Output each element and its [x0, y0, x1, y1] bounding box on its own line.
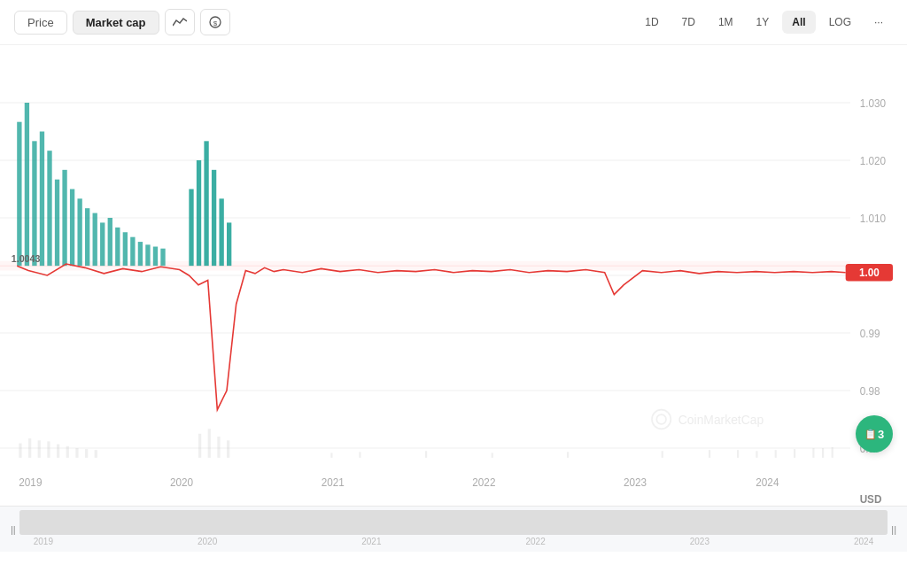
svg-rect-51: [115, 228, 120, 266]
mini-x-2020: 2020: [198, 537, 217, 549]
svg-rect-60: [204, 141, 208, 266]
svg-rect-59: [197, 160, 201, 266]
svg-text:CoinMarketCap: CoinMarketCap: [678, 413, 764, 427]
svg-rect-22: [217, 437, 220, 458]
svg-rect-26: [425, 451, 427, 458]
fab-label: 3: [878, 428, 884, 441]
watermark-group: CoinMarketCap: [652, 410, 764, 429]
svg-text:0.99: 0.99: [860, 328, 880, 340]
svg-rect-57: [160, 249, 165, 267]
svg-rect-48: [93, 213, 97, 267]
svg-rect-28: [567, 452, 569, 458]
svg-rect-43: [55, 180, 59, 267]
svg-rect-34: [794, 449, 795, 458]
svg-rect-54: [138, 242, 143, 266]
svg-rect-19: [95, 450, 97, 458]
svg-rect-45: [70, 190, 74, 267]
svg-rect-23: [227, 440, 229, 458]
timeframe-1y[interactable]: 1Y: [747, 11, 779, 34]
timeframe-7d[interactable]: 7D: [672, 11, 705, 34]
svg-rect-56: [153, 247, 158, 267]
svg-text:2024: 2024: [756, 476, 779, 489]
svg-rect-42: [47, 151, 51, 266]
timeframe-1m[interactable]: 1M: [709, 11, 743, 34]
svg-rect-32: [756, 451, 757, 458]
svg-text:0.98: 0.98: [860, 385, 880, 398]
svg-rect-49: [100, 222, 105, 266]
chart-area: CoinMarketCap 2019 2020 2021 2022 2023 2…: [0, 45, 907, 506]
svg-rect-15: [57, 445, 59, 458]
svg-text:1.020: 1.020: [860, 155, 887, 167]
mini-x-axis: 2019 2020 2021 2022 2023 2024: [19, 535, 888, 549]
scroll-thumb[interactable]: [19, 510, 888, 535]
svg-rect-52: [123, 232, 128, 266]
svg-rect-12: [28, 438, 31, 458]
svg-text:2020: 2020: [170, 476, 194, 489]
svg-rect-47: [85, 208, 89, 266]
toolbar-right: 1D 7D 1M 1Y All LOG ···: [635, 11, 893, 34]
svg-text:USD: USD: [860, 493, 882, 506]
svg-rect-41: [40, 132, 44, 267]
svg-rect-33: [775, 450, 777, 458]
svg-rect-46: [77, 198, 81, 266]
svg-rect-61: [212, 170, 216, 266]
svg-rect-58: [189, 190, 193, 267]
tab-marketcap[interactable]: Market cap: [73, 11, 159, 35]
svg-rect-18: [85, 449, 88, 458]
svg-text:2023: 2023: [624, 476, 647, 489]
timeframe-log[interactable]: LOG: [819, 11, 861, 34]
svg-rect-55: [145, 244, 150, 266]
mini-x-2023: 2023: [690, 537, 709, 549]
svg-text:1.010: 1.010: [860, 213, 887, 225]
svg-rect-50: [108, 218, 112, 266]
svg-rect-31: [737, 450, 739, 458]
mini-x-2024: 2024: [854, 537, 873, 549]
svg-rect-27: [492, 453, 493, 457]
timeframe-all[interactable]: All: [782, 11, 815, 34]
svg-rect-37: [832, 447, 833, 458]
price-icon[interactable]: $: [200, 9, 230, 35]
chart-svg: CoinMarketCap 2019 2020 2021 2022 2023 2…: [0, 45, 907, 506]
svg-rect-17: [75, 448, 78, 458]
svg-rect-20: [198, 434, 201, 458]
svg-text:2019: 2019: [19, 476, 43, 489]
svg-rect-53: [130, 237, 135, 267]
scrollbar-area: || 2019 2020 2021 2022 2023 2024 ||: [0, 506, 907, 552]
svg-text:1.00: 1.00: [859, 267, 880, 279]
svg-text:2021: 2021: [322, 476, 345, 489]
svg-text:1.030: 1.030: [860, 97, 887, 110]
toolbar: Price Market cap $ 1D 7D 1M 1Y All LOG ·…: [0, 0, 907, 45]
svg-rect-40: [32, 141, 36, 266]
svg-rect-62: [219, 198, 223, 266]
svg-rect-11: [19, 444, 21, 458]
svg-rect-13: [38, 440, 41, 458]
svg-text:1.0043: 1.0043: [12, 253, 41, 264]
svg-point-64: [652, 410, 671, 429]
line-chart-icon[interactable]: [165, 9, 195, 35]
mini-x-2022: 2022: [525, 537, 545, 549]
svg-rect-21: [208, 429, 211, 458]
svg-point-65: [656, 414, 666, 424]
scroll-left-handle[interactable]: ||: [7, 524, 19, 535]
svg-rect-16: [66, 446, 69, 458]
svg-text:2022: 2022: [472, 476, 495, 489]
svg-rect-25: [359, 452, 360, 458]
scroll-right-handle[interactable]: ||: [888, 524, 900, 535]
timeframe-1d[interactable]: 1D: [635, 11, 668, 34]
timeframe-more[interactable]: ···: [864, 11, 893, 34]
mini-x-2021: 2021: [361, 537, 381, 549]
svg-rect-14: [47, 441, 50, 457]
svg-text:$: $: [213, 19, 217, 27]
svg-rect-38: [17, 122, 21, 267]
svg-rect-44: [62, 170, 66, 266]
scroll-track[interactable]: [19, 510, 888, 535]
svg-rect-63: [227, 222, 231, 266]
toolbar-left: Price Market cap $: [14, 9, 230, 35]
svg-rect-30: [709, 450, 710, 458]
svg-rect-35: [812, 448, 814, 458]
svg-rect-39: [25, 103, 29, 266]
mini-x-2019: 2019: [34, 537, 53, 549]
tab-price[interactable]: Price: [14, 11, 67, 35]
svg-rect-36: [822, 448, 824, 458]
fab-button[interactable]: 📋 3: [856, 415, 893, 453]
